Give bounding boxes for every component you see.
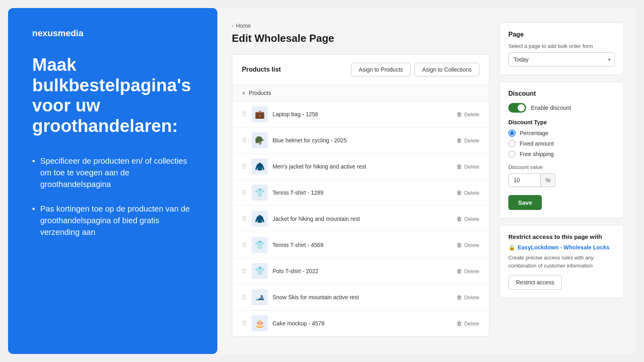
table-row: ⠿ 💼 Laptop bag - 1256 🗑 Delete <box>232 101 489 128</box>
drag-handle-icon[interactable]: ⠿ <box>242 267 247 275</box>
restrict-link[interactable]: EasyLockdown - Wholesale Locks <box>518 244 609 251</box>
products-group-header: ∧ Products <box>232 85 489 101</box>
right-section: ‹ Home Edit Wholesale Page Products list… <box>217 8 636 354</box>
table-row: ⠿ 👕 Polo T-shirt - 2022 🗑 Delete <box>232 258 489 284</box>
sidebar-panel: Page Select a page to add bulk order for… <box>499 23 624 339</box>
assign-collections-button[interactable]: Asign to Collections <box>415 63 479 76</box>
drag-handle-icon[interactable]: ⠿ <box>242 320 247 327</box>
discount-title: Discount <box>508 90 615 97</box>
delete-label: Delete <box>464 216 479 222</box>
product-thumbnail: 👕 <box>252 185 268 201</box>
delete-button[interactable]: 🗑 Delete <box>456 216 479 222</box>
radio-fixed[interactable]: Fixed amount <box>508 140 615 147</box>
radio-circle-fixed <box>508 140 516 147</box>
assign-products-button[interactable]: Asign to Products <box>351 63 411 76</box>
product-name: Tennis T-shirt - 4569 <box>272 242 452 248</box>
toggle-label: Enable discount <box>531 105 571 111</box>
discount-value-label: Discount value <box>508 164 615 170</box>
delete-button[interactable]: 🗑 Delete <box>456 111 479 117</box>
product-thumbnail: 🎂 <box>252 315 268 331</box>
table-row: ⠿ 🎿 Snow Skis for mountain active rest 🗑… <box>232 284 489 311</box>
product-thumbnail: 👕 <box>252 263 268 279</box>
product-thumbnail: 🧥 <box>252 211 268 227</box>
page-section-title: Page <box>508 31 615 38</box>
delete-label: Delete <box>464 111 479 117</box>
breadcrumb-home-link[interactable]: Home <box>236 23 251 29</box>
discount-type-radio-group: Percentage Fixed amount Free shipping <box>508 130 615 158</box>
product-thumbnail: 🎿 <box>252 289 268 305</box>
delete-label: Delete <box>464 164 479 170</box>
table-row: ⠿ 🎂 Cake mockup - 4578 🗑 Delete <box>232 311 489 336</box>
breadcrumb-chevron: ‹ <box>232 23 233 29</box>
restrict-link-row: 🔒 EasyLockdown - Wholesale Locks <box>508 244 615 251</box>
discount-unit: % <box>541 173 555 187</box>
delete-button[interactable]: 🗑 Delete <box>456 294 479 300</box>
radio-dot-percentage <box>510 131 514 135</box>
delete-label: Delete <box>464 190 479 196</box>
delete-button[interactable]: 🗑 Delete <box>456 163 479 170</box>
table-row: ⠿ 🧥 Men's jacket for hiking and active r… <box>232 154 489 180</box>
delete-button[interactable]: 🗑 Delete <box>456 137 479 144</box>
radio-circle-freeshipping <box>508 150 516 158</box>
table-row: ⠿ 🧥 Jacket for hiking and mountain rest … <box>232 206 489 232</box>
delete-label: Delete <box>464 321 479 327</box>
radio-freeshipping[interactable]: Free shipping <box>508 150 615 158</box>
delete-button[interactable]: 🗑 Delete <box>456 189 479 196</box>
page-card: Page Select a page to add bulk order for… <box>499 23 624 75</box>
drag-handle-icon[interactable]: ⠿ <box>242 111 247 118</box>
restrict-access-card: Restrict access to this page with 🔒 Easy… <box>499 225 624 298</box>
restrict-access-button[interactable]: Restrict access <box>508 275 562 290</box>
product-name: Cake mockup - 4578 <box>272 320 452 327</box>
product-name: Men's jacket for hiking and active rest <box>272 163 452 170</box>
delete-button[interactable]: 🗑 Delete <box>456 242 479 248</box>
products-card: Products list Asign to Products Asign to… <box>232 54 489 337</box>
drag-handle-icon[interactable]: ⠿ <box>242 163 247 171</box>
product-name: Polo T-shirt - 2022 <box>272 268 452 274</box>
radio-percentage[interactable]: Percentage <box>508 130 615 137</box>
toggle-row: Enable discount <box>508 103 615 113</box>
product-thumbnail: 🪖 <box>252 132 268 148</box>
drag-handle-icon[interactable]: ⠿ <box>242 215 247 223</box>
drag-handle-icon[interactable]: ⠿ <box>242 189 247 197</box>
page-select-wrapper: Today Page 1 Page 2 ▾ <box>508 52 615 67</box>
drag-handle-icon[interactable]: ⠿ <box>242 241 247 249</box>
card-header: Products list Asign to Products Asign to… <box>232 55 489 85</box>
radio-label-fixed: Fixed amount <box>520 140 554 147</box>
trash-icon: 🗑 <box>456 189 462 196</box>
table-row: ⠿ 🪖 Blue helmet for cycling - 2025 🗑 Del… <box>232 128 489 154</box>
product-thumbnail: 👕 <box>252 237 268 253</box>
lock-icon: 🔒 <box>508 244 515 251</box>
radio-circle-percentage <box>508 130 516 137</box>
product-name: Tennis T-shirt - 1289 <box>272 189 452 196</box>
bullet-item-1: Specificeer de producten en/ of collecti… <box>32 155 198 190</box>
table-row: ⠿ 👕 Tennis T-shirt - 4569 🗑 Delete <box>232 232 489 258</box>
delete-button[interactable]: 🗑 Delete <box>456 320 479 327</box>
discount-value-input[interactable] <box>508 173 541 187</box>
trash-icon: 🗑 <box>456 242 462 248</box>
page-section-label: Select a page to add bulk order form <box>508 43 615 49</box>
drag-handle-icon[interactable]: ⠿ <box>242 294 247 301</box>
product-name: Blue helmet for cycling - 2025 <box>272 137 452 144</box>
discount-type-title: Discount Type <box>508 119 615 125</box>
page-select[interactable]: Today Page 1 Page 2 <box>508 52 615 67</box>
product-thumbnail: 💼 <box>252 106 268 122</box>
save-button[interactable]: Save <box>508 195 542 210</box>
trash-icon: 🗑 <box>456 111 462 117</box>
restrict-title: Restrict access to this page with <box>508 233 615 240</box>
product-thumbnail: 🧥 <box>252 158 268 175</box>
enable-discount-toggle[interactable] <box>508 103 526 113</box>
delete-label: Delete <box>464 268 479 274</box>
logo-prefix: nexus <box>32 28 58 38</box>
chevron-up-icon: ∧ <box>242 90 246 96</box>
products-section: ∧ Products ⠿ 💼 Laptop bag - 1256 🗑 Delet… <box>232 85 489 336</box>
delete-button[interactable]: 🗑 Delete <box>456 268 479 274</box>
logo: nexusmedia <box>32 28 198 39</box>
trash-icon: 🗑 <box>456 216 462 222</box>
product-name: Laptop bag - 1256 <box>272 111 452 117</box>
main-content: ‹ Home Edit Wholesale Page Products list… <box>232 23 489 339</box>
table-row: ⠿ 👕 Tennis T-shirt - 1289 🗑 Delete <box>232 180 489 206</box>
drag-handle-icon[interactable]: ⠿ <box>242 137 247 144</box>
trash-icon: 🗑 <box>456 137 462 144</box>
products-list-title: Products list <box>242 66 281 73</box>
discount-input-row: % <box>508 173 615 187</box>
